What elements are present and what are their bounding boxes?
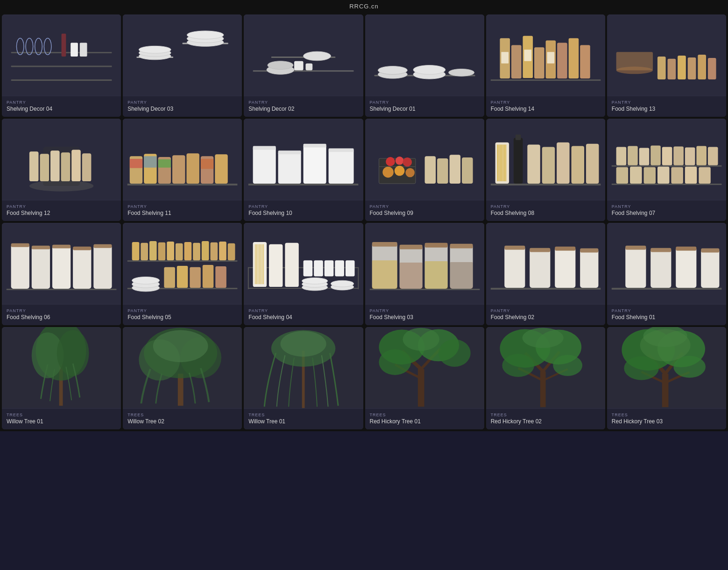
card-info-food-shelving-02: PANTRY Food Shelving 02	[486, 305, 605, 325]
svg-rect-164	[228, 243, 235, 260]
svg-rect-86	[278, 150, 301, 154]
svg-rect-153	[132, 242, 140, 260]
svg-rect-210	[450, 244, 473, 249]
svg-rect-172	[215, 266, 226, 288]
card-info-willow-tree-01b: TREES Willow Tree 01	[244, 409, 363, 429]
svg-rect-191	[335, 260, 345, 276]
svg-rect-136	[685, 167, 697, 184]
card-title-shelving-decor-04: Shelving Decor 04	[7, 106, 116, 112]
svg-rect-225	[625, 246, 646, 250]
card-image-food-shelving-07	[607, 119, 726, 200]
card-willow-tree-01b[interactable]: TREES Willow Tree 01	[244, 327, 363, 429]
card-info-shelving-decor-01: PANTRY Shelving Decor 01	[365, 96, 484, 117]
card-category-food-shelving-11: PANTRY	[127, 204, 237, 209]
card-food-shelving-05[interactable]: PANTRY Food Shelving 05	[123, 223, 242, 325]
svg-rect-121	[612, 165, 722, 167]
card-image-food-shelving-11	[123, 119, 242, 200]
svg-rect-118	[586, 144, 599, 184]
svg-rect-2	[11, 66, 112, 67]
card-food-shelving-11[interactable]: PANTRY Food Shelving 11	[123, 119, 242, 221]
svg-rect-168	[164, 267, 175, 288]
svg-rect-71	[144, 156, 156, 168]
svg-rect-81	[253, 147, 276, 184]
card-info-food-shelving-04: PANTRY Food Shelving 04	[244, 305, 363, 325]
card-food-shelving-14[interactable]: PANTRY Food Shelving 14	[486, 14, 605, 117]
card-category-shelving-decor-01: PANTRY	[370, 100, 480, 105]
svg-point-97	[405, 168, 415, 178]
svg-point-94	[403, 157, 412, 167]
svg-rect-67	[127, 184, 238, 185]
card-shelving-decor-03[interactable]: PANTRY Shelving Decor 03	[123, 14, 242, 117]
svg-rect-117	[571, 146, 584, 184]
svg-rect-85	[253, 146, 276, 150]
svg-rect-114	[527, 145, 540, 184]
card-food-shelving-12[interactable]: PANTRY Food Shelving 12	[2, 119, 121, 221]
svg-rect-186	[269, 244, 283, 287]
card-food-shelving-13[interactable]: PANTRY Food Shelving 13	[607, 14, 726, 117]
card-image-willow-tree-02	[123, 327, 242, 409]
svg-rect-99	[437, 158, 448, 184]
svg-rect-124	[639, 148, 650, 165]
card-willow-tree-01a[interactable]: TREES Willow Tree 01	[2, 327, 121, 429]
svg-rect-28	[365, 15, 484, 96]
svg-rect-120	[612, 184, 722, 185]
svg-rect-55	[698, 55, 706, 79]
svg-point-251	[379, 349, 411, 375]
svg-rect-129	[696, 146, 707, 165]
card-title-red-hickory-01: Red Hickory Tree 01	[370, 418, 480, 425]
svg-rect-208	[424, 261, 447, 289]
svg-rect-103	[490, 184, 601, 185]
svg-rect-146	[73, 248, 91, 289]
card-shelving-decor-04[interactable]: PANTRY Shelving Decor 04	[2, 14, 121, 117]
card-image-food-shelving-04	[244, 223, 363, 305]
card-info-shelving-decor-04: PANTRY Shelving Decor 04	[2, 96, 121, 117]
card-info-food-shelving-07: PANTRY Food Shelving 07	[607, 200, 726, 221]
card-food-shelving-09[interactable]: PANTRY Food Shelving 09	[365, 119, 484, 221]
svg-rect-64	[71, 150, 81, 181]
card-info-food-shelving-05: PANTRY Food Shelving 05	[123, 305, 242, 325]
card-shelving-decor-01[interactable]: PANTRY Shelving Decor 01	[365, 14, 484, 117]
svg-rect-170	[190, 267, 201, 288]
svg-rect-227	[650, 248, 671, 252]
svg-rect-115	[542, 147, 554, 184]
svg-point-92	[386, 157, 395, 166]
card-food-shelving-10[interactable]: PANTRY Food Shelving 10	[244, 119, 363, 221]
svg-rect-42	[557, 43, 567, 79]
card-food-shelving-02[interactable]: PANTRY Food Shelving 02	[486, 223, 605, 325]
svg-rect-56	[708, 58, 716, 79]
svg-rect-221	[580, 249, 598, 253]
card-willow-tree-02[interactable]: TREES Willow Tree 02	[123, 327, 242, 429]
svg-rect-147	[73, 247, 91, 250]
svg-point-246	[281, 331, 326, 356]
card-info-red-hickory-03: TREES Red Hickory Tree 03	[607, 409, 726, 429]
card-info-shelving-decor-02: PANTRY Shelving Decor 02	[244, 96, 363, 117]
card-red-hickory-01[interactable]: TREES Red Hickory Tree 01	[365, 327, 484, 429]
card-title-food-shelving-04: Food Shelving 04	[248, 314, 358, 321]
card-red-hickory-03[interactable]: TREES Red Hickory Tree 03	[607, 327, 726, 429]
card-shelving-decor-02[interactable]: PANTRY Shelving Decor 02	[244, 14, 363, 117]
svg-point-25	[304, 51, 331, 61]
svg-rect-228	[676, 248, 696, 288]
svg-rect-43	[568, 38, 579, 78]
card-info-red-hickory-01: TREES Red Hickory Tree 01	[365, 409, 484, 429]
card-food-shelving-03[interactable]: PANTRY Food Shelving 03	[365, 223, 484, 325]
card-red-hickory-02[interactable]: TREES Red Hickory Tree 02	[486, 327, 605, 429]
card-info-food-shelving-01: PANTRY Food Shelving 01	[607, 305, 726, 325]
svg-rect-158	[176, 243, 183, 260]
card-food-shelving-08[interactable]: PANTRY Food Shelving 08	[486, 119, 605, 221]
svg-rect-145	[52, 245, 71, 249]
svg-rect-218	[555, 248, 575, 288]
card-info-food-shelving-08: PANTRY Food Shelving 08	[486, 200, 605, 221]
card-category-willow-tree-02: TREES	[127, 413, 237, 417]
card-food-shelving-04[interactable]: PANTRY Food Shelving 04	[244, 223, 363, 325]
card-image-food-shelving-14	[486, 14, 605, 96]
card-title-food-shelving-13: Food Shelving 13	[612, 106, 721, 112]
svg-rect-137	[699, 167, 711, 184]
svg-rect-45	[501, 52, 509, 64]
svg-rect-139	[7, 289, 117, 290]
card-food-shelving-01[interactable]: PANTRY Food Shelving 01	[607, 223, 726, 325]
svg-rect-151	[127, 260, 238, 262]
card-food-shelving-06[interactable]: PANTRY Food Shelving 06	[2, 223, 121, 325]
card-food-shelving-07[interactable]: PANTRY Food Shelving 07	[607, 119, 726, 221]
card-title-shelving-decor-03: Shelving Decor 03	[127, 106, 237, 112]
